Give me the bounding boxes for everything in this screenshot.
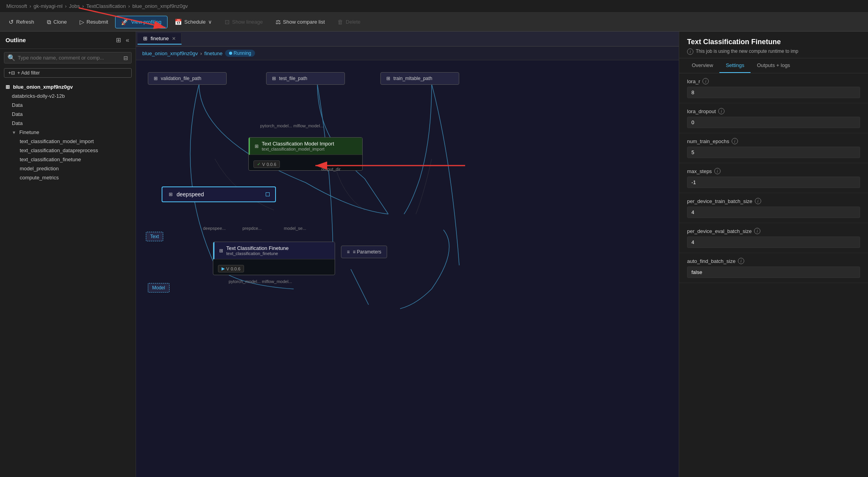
model-se-port-label: model_se... <box>284 226 306 231</box>
add-filter-icon: +⊟ <box>8 70 15 76</box>
sidebar-item-data-2[interactable]: Data <box>0 110 136 119</box>
sidebar-item-finetune[interactable]: ▼ Finetune <box>0 128 136 137</box>
status-dot-icon <box>229 52 232 55</box>
parameters-node[interactable]: ≡ ≡ Parameters <box>341 246 387 258</box>
sidebar-item-data-1[interactable]: Data <box>0 101 136 110</box>
center-content: ⊞ finetune ✕ blue_onion_xmpf9nz0gv › fin… <box>136 32 679 477</box>
right-panel-info: i This job is using the new compute runt… <box>687 48 860 55</box>
sub-breadcrumb-parent[interactable]: blue_onion_xmpf9nz0gv <box>142 50 198 56</box>
text-tag: Text <box>146 232 163 241</box>
node-icon: ⊞ <box>272 76 276 81</box>
breadcrumb-gk-miyagi-ml[interactable]: gk-miyagi-ml <box>34 3 63 9</box>
sidebar-search-bar: 🔍 ⊟ <box>4 52 132 63</box>
search-icon: 🔍 <box>7 54 15 61</box>
refresh-icon: ↺ <box>9 19 14 26</box>
add-filter-button[interactable]: +⊟ + Add filter <box>4 68 132 78</box>
sidebar-tree: ⊞ blue_onion_xmpf9nz0gv databricks-dolly… <box>0 81 136 477</box>
sidebar-item-dolly[interactable]: databricks-dolly-v2-12b <box>0 91 136 101</box>
breadcrumb-textclassification[interactable]: TextClassification <box>86 3 126 9</box>
lora-r-value: 8 <box>687 87 860 98</box>
rpanel-tab-outputs[interactable]: Outputs + logs <box>751 58 796 73</box>
rpanel-tab-overview[interactable]: Overview <box>685 58 719 73</box>
delete-button[interactable]: 🗑 Delete <box>332 16 366 28</box>
sidebar-item-model-import[interactable]: text_classification_model_import <box>0 137 136 146</box>
deepspeed-node[interactable]: ⊞ deepspeed <box>162 186 276 202</box>
per-device-train-info-icon[interactable]: i <box>755 198 761 204</box>
info-icon: i <box>687 48 693 55</box>
port-right <box>266 192 270 196</box>
setting-per-device-train: per_device_train_batch_size i 4 <box>679 193 868 223</box>
canvas-area[interactable]: ⊞ validation_file_path ⊞ test_file_path … <box>136 60 679 477</box>
right-panel-header: Text Classification Finetune i This job … <box>679 32 868 58</box>
sidebar-layout-icon[interactable]: ⊞ <box>115 35 122 45</box>
setting-lora-r: lora_r i 8 <box>679 73 868 103</box>
main-layout: Outline ⊞ « 🔍 ⊟ +⊟ + Add filter ⊞ blue_o… <box>0 32 868 477</box>
lora-dropout-info-icon[interactable]: i <box>718 108 725 114</box>
prepdce-port-label: prepdce... <box>242 226 262 231</box>
setting-max-steps: max_steps i -1 <box>679 163 868 193</box>
model-import-node[interactable]: ⊞ Text Classification Model Import text_… <box>248 137 363 171</box>
deepspeed-port-label: deepspee... <box>203 226 226 231</box>
breadcrumb: Microsoft › gk-miyagi-ml › Jobs › TextCl… <box>0 0 868 13</box>
finetune-node[interactable]: ⊞ Text Classification Finetune text_clas… <box>213 242 335 275</box>
sidebar-item-model-prediction[interactable]: model_prediction <box>0 164 136 173</box>
setting-auto-find-batch: auto_find_batch_size i false <box>679 253 868 283</box>
test-file-path-node[interactable]: ⊞ test_file_path <box>266 72 345 85</box>
validation-file-path-node[interactable]: ⊞ validation_file_path <box>148 72 227 85</box>
component-icon-2: ⊞ <box>219 248 223 253</box>
sidebar-item-compute-metrics[interactable]: compute_metrics <box>0 173 136 182</box>
node-icon: ⊞ <box>386 76 390 81</box>
pytorch-model-label: pytorch_model... mlflow_model... <box>260 123 324 128</box>
search-input[interactable] <box>18 55 121 61</box>
auto-find-batch-info-icon[interactable]: i <box>738 258 744 264</box>
grid-icon: ⊞ <box>6 84 10 90</box>
num-epochs-value: 5 <box>687 147 860 158</box>
right-panel-title: Text Classification Finetune <box>687 38 860 46</box>
sidebar-actions: ⊞ « <box>115 35 130 45</box>
pytorch-model-bottom-label: pytorch_model... mlflow_model... <box>229 279 292 284</box>
sidebar-item-data-3[interactable]: Data <box>0 119 136 128</box>
tab-icon: ⊞ <box>143 35 147 41</box>
view-profiling-button[interactable]: 🚀 View profiling <box>115 16 167 28</box>
tab-finetune[interactable]: ⊞ finetune ✕ <box>138 33 182 45</box>
rpanel-tab-settings[interactable]: Settings <box>719 58 751 73</box>
breadcrumb-jobs[interactable]: Jobs <box>69 3 80 9</box>
setting-num-train-epochs: num_train_epochs i 5 <box>679 133 868 163</box>
auto-find-batch-value: false <box>687 266 860 278</box>
per-device-eval-info-icon[interactable]: i <box>754 228 760 234</box>
per-device-train-value: 4 <box>687 207 860 218</box>
sidebar-collapse-icon[interactable]: « <box>125 36 130 45</box>
filter-icon-button[interactable]: ⊟ <box>123 55 128 61</box>
sub-breadcrumb: blue_onion_xmpf9nz0gv › finetune Running <box>136 47 679 60</box>
clone-button[interactable]: ⧉ Clone <box>41 16 73 28</box>
train-mltable-path-node[interactable]: ⊞ train_mltable_path <box>380 72 459 85</box>
schedule-icon: 📅 <box>175 19 182 26</box>
component-icon: ⊞ <box>255 143 259 149</box>
profiling-icon: 🚀 <box>121 19 129 26</box>
chevron-down-icon: ▼ <box>12 130 16 135</box>
output-dir-label: output_dir <box>321 167 341 171</box>
schedule-button[interactable]: 📅 Schedule ∨ <box>169 16 218 28</box>
lineage-icon: ⊡ <box>225 19 230 26</box>
sidebar-item-root[interactable]: ⊞ blue_onion_xmpf9nz0gv <box>0 82 136 91</box>
tab-bar: ⊞ finetune ✕ <box>136 32 679 47</box>
breadcrumb-run-id[interactable]: blue_onion_xmpf9nz0gv <box>132 3 188 9</box>
resubmit-button[interactable]: ▷ Resubmit <box>74 16 114 28</box>
sidebar-item-datapreprocess[interactable]: text_classification_datapreprocess <box>0 146 136 155</box>
setting-lora-dropout: lora_dropout i 0 <box>679 103 868 133</box>
num-epochs-info-icon[interactable]: i <box>732 138 738 144</box>
setting-per-device-eval: per_device_eval_batch_size i 4 <box>679 223 868 253</box>
lora-r-info-icon[interactable]: i <box>702 78 709 84</box>
tab-close-button[interactable]: ✕ <box>172 36 176 41</box>
max-steps-value: -1 <box>687 177 860 188</box>
refresh-button[interactable]: ↺ Refresh <box>3 16 40 28</box>
deepspeed-node-icon: ⊞ <box>169 192 173 197</box>
sidebar-item-finetune-task[interactable]: text_classification_finetune <box>0 155 136 164</box>
node-icon: ⊞ <box>154 76 158 81</box>
per-device-eval-value: 4 <box>687 237 860 248</box>
max-steps-info-icon[interactable]: i <box>714 168 721 174</box>
show-compare-button[interactable]: ⚖ Show compare list <box>270 16 330 28</box>
breadcrumb-microsoft[interactable]: Microsoft <box>6 3 27 9</box>
sub-breadcrumb-child[interactable]: finetune <box>204 50 222 56</box>
show-lineage-button[interactable]: ⊡ Show lineage <box>219 16 268 28</box>
